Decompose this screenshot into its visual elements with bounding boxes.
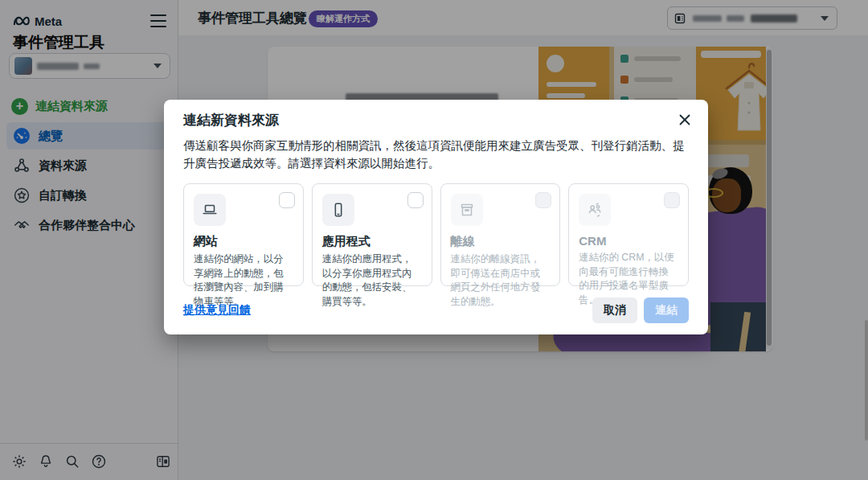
offline-storefront-icon: [451, 194, 483, 226]
source-card-app[interactable]: 應用程式 連結你的應用程式，以分享你應用程式內的動態，包括安裝、購買等等。: [312, 183, 432, 286]
modal-description: 傳送顧客與你商家互動情形的相關資訊，然後這項資訊便能用來建立廣告受眾、刊登行銷活…: [183, 137, 686, 173]
cancel-button[interactable]: 取消: [592, 297, 637, 323]
close-icon[interactable]: [676, 111, 694, 129]
website-checkbox[interactable]: [279, 192, 295, 208]
website-laptop-icon: [194, 194, 226, 226]
source-card-offline[interactable]: 離線 連結你的離線資訊，即可傳送在商店中或網頁之外任何地方發生的動態。: [440, 183, 561, 286]
crm-people-icon: [579, 194, 611, 226]
connect-button[interactable]: 連結: [644, 297, 689, 323]
app-mobile-icon: [322, 194, 354, 226]
source-cards-row: 網站 連結你的網站，以分享網路上的動態，包括瀏覽內容、加到購物車等等。 應用程式…: [183, 183, 689, 286]
crm-checkbox: [664, 192, 680, 208]
app-checkbox[interactable]: [407, 192, 424, 208]
modal-footer: 提供意見回饋 取消 連結: [183, 297, 689, 323]
modal-title: 連結新資料來源: [183, 111, 689, 129]
feedback-link[interactable]: 提供意見回饋: [183, 303, 251, 318]
connect-data-source-modal: 連結新資料來源 傳送顧客與你商家互動情形的相關資訊，然後這項資訊便能用來建立廣告…: [164, 100, 708, 334]
events-manager-app: Meta 事件管理工具 + 連結資料來源 總覽: [0, 0, 868, 480]
offline-checkbox: [535, 192, 551, 208]
source-card-website[interactable]: 網站 連結你的網站，以分享網路上的動態，包括瀏覽內容、加到購物車等等。: [183, 183, 304, 286]
source-card-crm[interactable]: CRM 連結你的 CRM，以便向最有可能進行轉換的用戶投遞名單型廣告。: [568, 183, 689, 286]
